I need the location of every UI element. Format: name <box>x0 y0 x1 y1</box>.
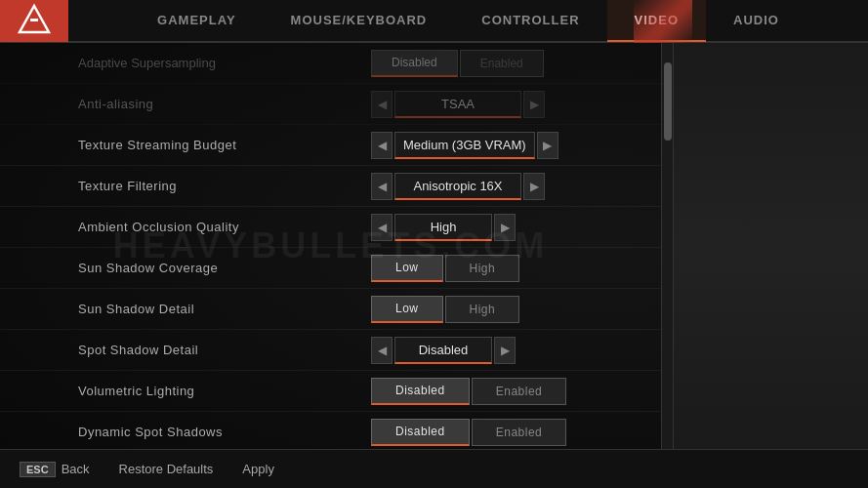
apply-label: Apply <box>242 462 274 476</box>
toggle-group-dynamic-spot: Disabled Enabled <box>371 419 566 446</box>
arrow-left-anti-aliasing[interactable]: ◀ <box>371 91 393 118</box>
arrow-left-spot-shadow[interactable]: ◀ <box>371 337 393 364</box>
value-spot-shadow: Disabled <box>394 337 492 364</box>
tab-audio[interactable]: AUDIO <box>706 0 806 42</box>
scrollbar-thumb[interactable] <box>664 62 672 141</box>
arrow-right-ambient-occlusion[interactable]: ▶ <box>494 214 516 241</box>
arrow-right-spot-shadow[interactable]: ▶ <box>494 337 516 364</box>
value-anti-aliasing: TSAA <box>394 91 521 118</box>
toggle-group-adaptive: Disabled Enabled <box>371 50 544 77</box>
setting-row-volumetric-lighting: Volumetric Lighting Disabled Enabled <box>0 371 661 412</box>
toggle-btn-low-sun-detail[interactable]: Low <box>371 296 443 323</box>
setting-label-texture-filtering: Texture Filtering <box>78 179 371 193</box>
value-texture-streaming: Medium (3GB VRAM) <box>394 132 535 159</box>
setting-label-spot-shadow-detail: Spot Shadow Detail <box>78 343 371 357</box>
setting-row-dynamic-spot-shadows: Dynamic Spot Shadows Disabled Enabled <box>0 412 661 449</box>
setting-row-adaptive-supersampling: Adaptive Supersampling Disabled Enabled <box>0 43 661 84</box>
setting-label-dynamic-spot-shadows: Dynamic Spot Shadows <box>78 425 371 439</box>
esc-key-badge: ESC <box>20 462 56 477</box>
setting-row-spot-shadow-detail: Spot Shadow Detail ◀ Disabled ▶ <box>0 330 661 371</box>
toggle-btn-enabled[interactable]: Enabled <box>460 50 544 77</box>
setting-label-ambient-occlusion: Ambient Occlusion Quality <box>78 220 371 234</box>
back-action[interactable]: ESC Back <box>20 462 90 477</box>
arrow-right-anti-aliasing[interactable]: ▶ <box>523 91 545 118</box>
back-label: Back <box>62 462 90 476</box>
top-nav: GAMEPLAY MOUSE/KEYBOARD CONTROLLER VIDEO… <box>0 0 868 43</box>
toggle-btn-enabled-dynamic[interactable]: Enabled <box>472 419 567 446</box>
setting-label-anti-aliasing: Anti-aliasing <box>78 97 371 111</box>
bottom-bar: ESC Back Restore Defaults Apply <box>0 449 868 488</box>
arrow-left-texture-streaming[interactable]: ◀ <box>371 132 393 159</box>
value-ambient-occlusion: High <box>394 214 492 241</box>
setting-row-anti-aliasing: Anti-aliasing ◀ TSAA ▶ <box>0 84 661 125</box>
restore-defaults-label: Restore Defaults <box>119 462 214 476</box>
svg-rect-2 <box>30 19 38 21</box>
arrow-control-spot-shadow: ◀ Disabled ▶ <box>371 337 516 364</box>
toggle-btn-enabled-volumetric[interactable]: Enabled <box>472 378 567 405</box>
setting-row-sun-shadow-detail: Sun Shadow Detail Low High <box>0 289 661 330</box>
main-container: GAMEPLAY MOUSE/KEYBOARD CONTROLLER VIDEO… <box>0 0 868 488</box>
toggle-group-sun-shadow-detail: Low High <box>371 296 519 323</box>
setting-label-sun-shadow-detail: Sun Shadow Detail <box>78 302 371 316</box>
arrow-left-ambient-occlusion[interactable]: ◀ <box>371 214 393 241</box>
setting-row-texture-filtering: Texture Filtering ◀ Anisotropic 16X ▶ <box>0 166 661 207</box>
setting-label-texture-streaming-budget: Texture Streaming Budget <box>78 138 371 152</box>
toggle-btn-high-sun-detail[interactable]: High <box>445 296 520 323</box>
right-panel <box>673 43 868 449</box>
toggle-btn-high-sun-coverage[interactable]: High <box>445 255 520 282</box>
apex-logo-icon <box>17 3 52 38</box>
setting-row-ambient-occlusion: Ambient Occlusion Quality ◀ High ▶ <box>0 207 661 248</box>
toggle-btn-disabled-dynamic[interactable]: Disabled <box>371 419 470 446</box>
toggle-group-volumetric: Disabled Enabled <box>371 378 566 405</box>
apply-action[interactable]: Apply <box>242 462 274 476</box>
setting-label-sun-shadow-coverage: Sun Shadow Coverage <box>78 261 371 275</box>
logo-area <box>0 0 68 42</box>
arrow-control-texture-streaming: ◀ Medium (3GB VRAM) ▶ <box>371 132 558 159</box>
toggle-btn-disabled-volumetric[interactable]: Disabled <box>371 378 470 405</box>
restore-defaults-action[interactable]: Restore Defaults <box>119 462 214 476</box>
toggle-group-sun-shadow-coverage: Low High <box>371 255 519 282</box>
tab-mouse-keyboard[interactable]: MOUSE/KEYBOARD <box>264 0 455 42</box>
scrollbar-track[interactable] <box>661 43 673 449</box>
setting-row-texture-streaming-budget: Texture Streaming Budget ◀ Medium (3GB V… <box>0 125 661 166</box>
arrow-right-texture-filtering[interactable]: ▶ <box>523 173 545 200</box>
setting-label-volumetric-lighting: Volumetric Lighting <box>78 384 371 398</box>
tab-video[interactable]: VIDEO <box>607 0 706 42</box>
tab-gameplay[interactable]: GAMEPLAY <box>130 0 263 42</box>
setting-row-sun-shadow-coverage: Sun Shadow Coverage Low High <box>0 248 661 289</box>
nav-tabs: GAMEPLAY MOUSE/KEYBOARD CONTROLLER VIDEO… <box>68 0 868 42</box>
arrow-right-texture-streaming[interactable]: ▶ <box>537 132 558 159</box>
arrow-control-ambient-occlusion: ◀ High ▶ <box>371 214 516 241</box>
arrow-left-texture-filtering[interactable]: ◀ <box>371 173 393 200</box>
arrow-control-texture-filtering: ◀ Anisotropic 16X ▶ <box>371 173 545 200</box>
tab-controller[interactable]: CONTROLLER <box>454 0 606 42</box>
setting-label-adaptive-supersampling: Adaptive Supersampling <box>78 56 371 70</box>
settings-panel[interactable]: HEAVYBULLETS.COM Adaptive Supersampling … <box>0 43 661 449</box>
toggle-btn-disabled[interactable]: Disabled <box>371 50 458 77</box>
content-area: HEAVYBULLETS.COM Adaptive Supersampling … <box>0 43 868 449</box>
toggle-btn-low-sun-coverage[interactable]: Low <box>371 255 443 282</box>
value-texture-filtering: Anisotropic 16X <box>394 173 521 200</box>
arrow-control-anti-aliasing: ◀ TSAA ▶ <box>371 91 545 118</box>
